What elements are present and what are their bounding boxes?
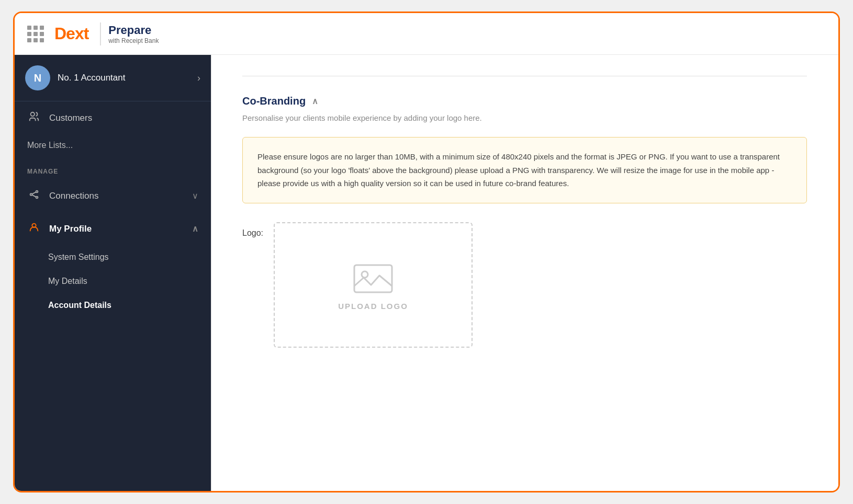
co-branding-chevron[interactable]: ∧ <box>312 96 318 106</box>
connections-chevron: ∨ <box>192 191 198 201</box>
logo-label: Logo: <box>242 222 263 238</box>
upload-image-icon <box>352 259 394 294</box>
svg-point-1 <box>30 193 32 196</box>
dext-logo: Dext <box>54 24 88 43</box>
more-lists-link[interactable]: More Lists... <box>15 134 211 159</box>
account-name: No. 1 Accountant <box>58 73 197 83</box>
sidebar-item-system-settings[interactable]: System Settings <box>15 245 211 269</box>
prepare-text: Prepare <box>108 24 159 37</box>
grid-icon[interactable] <box>27 26 44 42</box>
sidebar-item-my-profile[interactable]: My Profile ∧ <box>15 212 211 245</box>
co-branding-title: Co-Branding <box>242 95 306 107</box>
sidebar-item-customers[interactable]: Customers <box>15 101 211 134</box>
logo-area: Dext Prepare with Receipt Bank <box>54 22 159 45</box>
app-body: N No. 1 Accountant › Customers More List… <box>15 55 838 491</box>
sidebar-item-my-details[interactable]: My Details <box>15 269 211 293</box>
top-bar: Dext Prepare with Receipt Bank <box>15 13 838 55</box>
info-box: Please ensure logos are no larger than 1… <box>242 137 807 203</box>
logo-divider <box>100 22 101 45</box>
section-subtitle: Personalise your clients mobile experien… <box>242 113 807 122</box>
logo-upload-section: Logo: UPLOAD LOGO <box>242 222 807 348</box>
connections-label: Connections <box>49 191 192 201</box>
my-profile-chevron: ∧ <box>192 224 198 234</box>
avatar: N <box>25 65 50 90</box>
my-profile-label: My Profile <box>49 224 192 234</box>
account-chevron: › <box>197 73 200 84</box>
main-content: Co-Branding ∧ Personalise your clients m… <box>211 55 838 491</box>
sidebar: N No. 1 Accountant › Customers More List… <box>15 55 211 491</box>
section-divider <box>242 76 807 76</box>
sidebar-account[interactable]: N No. 1 Accountant › <box>15 55 211 101</box>
account-details-label: Account Details <box>48 301 111 310</box>
svg-point-0 <box>31 112 35 116</box>
upload-label: UPLOAD LOGO <box>338 302 408 311</box>
info-box-text: Please ensure logos are no larger than 1… <box>257 152 780 188</box>
customers-label: Customers <box>49 113 198 123</box>
sidebar-item-connections[interactable]: Connections ∨ <box>15 179 211 212</box>
svg-point-8 <box>362 271 368 278</box>
connections-icon <box>27 189 41 203</box>
manage-section-label: MANAGE <box>15 159 211 179</box>
logo-upload-box[interactable]: UPLOAD LOGO <box>274 222 473 348</box>
more-lists-label: More Lists... <box>27 141 73 150</box>
svg-line-5 <box>32 195 36 197</box>
my-details-label: My Details <box>48 277 87 285</box>
svg-point-2 <box>36 191 38 193</box>
section-title: Co-Branding ∧ <box>242 95 807 107</box>
my-profile-icon <box>27 222 41 236</box>
app-frame: Dext Prepare with Receipt Bank N No. 1 A… <box>13 12 840 492</box>
svg-point-3 <box>36 197 38 199</box>
receipt-bank-text: with Receipt Bank <box>108 37 159 44</box>
svg-rect-7 <box>354 265 392 292</box>
system-settings-label: System Settings <box>48 253 109 261</box>
prepare-logo: Prepare with Receipt Bank <box>108 24 159 44</box>
sidebar-item-account-details[interactable]: Account Details <box>15 293 211 317</box>
customers-icon <box>27 111 41 125</box>
svg-line-4 <box>32 192 36 194</box>
